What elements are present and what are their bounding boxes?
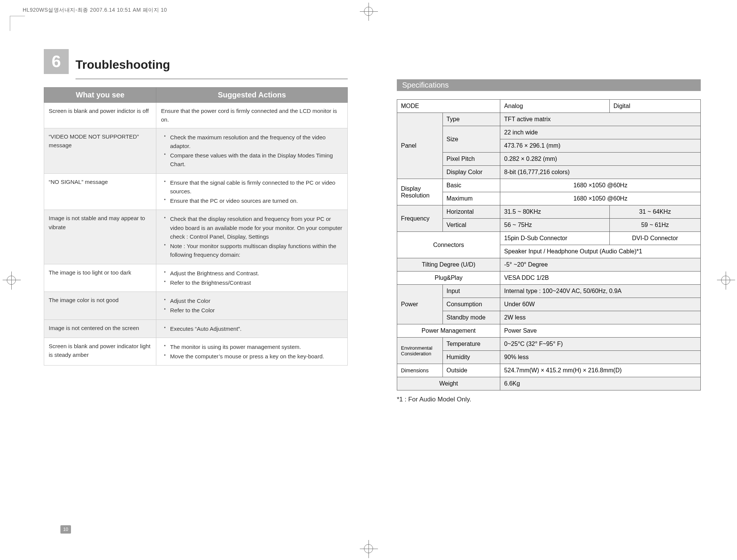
cell: Temperature — [443, 338, 500, 351]
cell: Type — [443, 113, 500, 126]
cell-act: Check that the display resolution and fr… — [156, 210, 348, 264]
section-title: Troubleshooting — [76, 58, 170, 74]
table-row: “VIDEO MODE NOT SUPPORTED” message Check… — [44, 128, 348, 173]
table-row: Vertical 56 ~ 75Hz 59 ~ 61Hz — [397, 219, 701, 232]
registration-mark-icon — [364, 7, 373, 16]
section-heading: 6 Troubleshooting — [44, 49, 348, 74]
cell: 2W less — [500, 311, 701, 324]
specifications-table: MODE Analog Digital Panel Type TFT activ… — [397, 99, 701, 390]
cell-see: “VIDEO MODE NOT SUPPORTED” message — [44, 128, 156, 173]
cell: 15pin D-Sub Connector — [500, 232, 609, 245]
bullet: Adjust the Brightness and Contrast. — [166, 269, 343, 278]
cell: VESA DDC 1/2B — [500, 272, 701, 285]
cell: 59 ~ 61Hz — [609, 219, 700, 232]
table-row: Plug&Play VESA DDC 1/2B — [397, 272, 701, 285]
registration-mark-icon — [7, 276, 16, 285]
cell: MODE — [397, 100, 500, 113]
bullet: Check that the display resolution and fr… — [166, 214, 343, 241]
col-header-actions: Suggested Actions — [156, 88, 348, 103]
bullet: Refer to the Brightness/Contrast — [166, 278, 343, 287]
cell: Humidity — [443, 351, 500, 364]
cell-see: The image color is not good — [44, 292, 156, 320]
table-row: Humidity 90% less — [397, 351, 701, 364]
cell: Horizontal — [443, 205, 500, 219]
cell-see: Screen is blank and power indicator ligh… — [44, 338, 156, 366]
note: Note : Your monitor supports multiscan d… — [166, 242, 343, 259]
bullet: Ensure that the PC or video sources are … — [166, 196, 343, 205]
troubleshooting-table: What you see Suggested Actions Screen is… — [44, 87, 348, 366]
cell: 1680 ×1050 @60Hz — [500, 179, 701, 192]
table-row: Image is not stable and may appear to vi… — [44, 210, 348, 264]
cell: -5° ~20° Degree — [500, 258, 701, 272]
cell: 0~25°C (32° F~95° F) — [500, 338, 701, 351]
table-row: Screen is blank and power indicator ligh… — [44, 338, 348, 366]
table-row: Weight 6.6Kg — [397, 377, 701, 390]
table-row: Tilting Degree (U/D) -5° ~20° Degree — [397, 258, 701, 272]
table-row: Size 22 inch wide — [397, 126, 701, 139]
table-row: Frequency Horizontal 31.5 ~ 80KHz 31 ~ 6… — [397, 205, 701, 219]
cell: Outside — [443, 364, 500, 377]
page-number: 10 — [60, 525, 71, 534]
table-row: Connectors 15pin D-Sub Connector DVI-D C… — [397, 232, 701, 245]
cell: Input — [443, 285, 500, 298]
table-row: Image is not centered on the screen Exec… — [44, 319, 348, 338]
cell: 524.7mm(W) × 415.2 mm(H) × 216.8mm(D) — [500, 364, 701, 377]
cell-see: Screen is blank and power indictor is of… — [44, 103, 156, 128]
table-row: Display Resolution Basic 1680 ×1050 @60H… — [397, 179, 701, 192]
table-row: Environmental Consideration Temperature … — [397, 338, 701, 351]
specifications-heading: Specifications — [397, 79, 701, 91]
bullet: The monitor is using its power managemen… — [166, 342, 343, 351]
cell: Maximum — [443, 192, 500, 205]
registration-mark-icon — [364, 544, 373, 553]
cell-see: “NO SIGNAL” message — [44, 173, 156, 210]
cell-act: Ensure that the signal cable is firmly c… — [156, 173, 348, 210]
bullet: Check the maximum resolution and the fre… — [166, 133, 343, 151]
section-rule — [76, 79, 348, 79]
cell: Weight — [397, 377, 500, 390]
cell: Panel — [397, 113, 443, 179]
cell: Consumption — [443, 298, 500, 311]
cell: Under 60W — [500, 298, 701, 311]
cell: Digital — [609, 100, 700, 113]
table-row: Power Management Power Save — [397, 324, 701, 338]
cell: Power — [397, 285, 443, 324]
cell: 6.6Kg — [500, 377, 701, 390]
footnote: *1 : For Audio Model Only. — [397, 396, 701, 403]
cell: DVI-D Connector — [609, 232, 700, 245]
section-number: 6 — [44, 49, 69, 74]
cell: 31.5 ~ 80KHz — [500, 205, 609, 219]
registration-mark-icon — [721, 276, 730, 285]
cell-act: Check the maximum resolution and the fre… — [156, 128, 348, 173]
cell-act: Executes “Auto Adjustment”. — [156, 319, 348, 338]
cell: Standby mode — [443, 311, 500, 324]
cell-act: Adjust the Color Refer to the Color — [156, 292, 348, 320]
cell: Connectors — [397, 232, 500, 258]
cell-act: The monitor is using its power managemen… — [156, 338, 348, 366]
bullet: Move the computer’s mouse or press a key… — [166, 352, 343, 361]
cell-act: Adjust the Brightness and Contrast. Refe… — [156, 264, 348, 292]
cell: Vertical — [443, 219, 500, 232]
table-row: Dimensions Outside 524.7mm(W) × 415.2 mm… — [397, 364, 701, 377]
cell: 56 ~ 75Hz — [500, 219, 609, 232]
cell: Analog — [500, 100, 609, 113]
cell: Size — [443, 126, 500, 153]
cell: 0.282 × 0.282 (mm) — [500, 153, 701, 166]
crop-mark-icon — [10, 16, 25, 31]
left-page: 6 Troubleshooting What you see Suggested… — [44, 49, 348, 521]
cell: Environmental Consideration — [397, 338, 443, 364]
table-row: Power Input Internal type : 100~240V AC,… — [397, 285, 701, 298]
cell: 8-bit (16,777,216 colors) — [500, 166, 701, 179]
cell: 473.76 × 296.1 (mm) — [500, 139, 701, 153]
table-row: Display Color 8-bit (16,777,216 colors) — [397, 166, 701, 179]
cell: Display Color — [443, 166, 500, 179]
col-header-see: What you see — [44, 88, 156, 103]
bullet: Ensure that the signal cable is firmly c… — [166, 178, 343, 196]
cell: Dimensions — [397, 364, 443, 377]
cell: Power Management — [397, 324, 500, 338]
table-row: “NO SIGNAL” message Ensure that the sign… — [44, 173, 348, 210]
cell-act: Ensure that the power cord is firmly con… — [156, 103, 348, 128]
cell: Internal type : 100~240V AC, 50/60Hz, 0.… — [500, 285, 701, 298]
page-spread: 6 Troubleshooting What you see Suggested… — [44, 49, 701, 521]
cell: Speaker Input / Headphone Output (Audio … — [500, 245, 701, 258]
cell: Basic — [443, 179, 500, 192]
